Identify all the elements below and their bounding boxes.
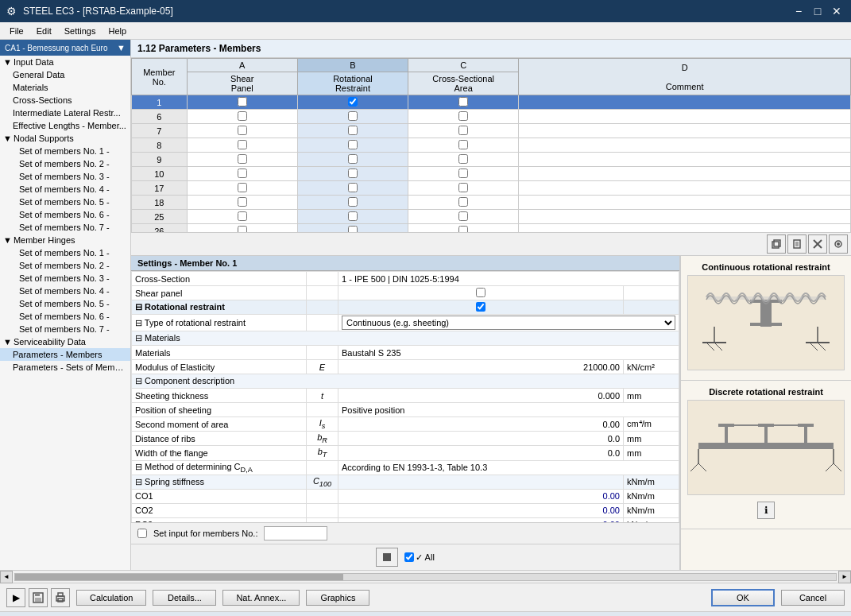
calculation-button[interactable]: Calculation [76,590,146,606]
sidebar-nodal-7[interactable]: Set of members No. 7 - [0,221,130,234]
sidebar-nodal-3[interactable]: Set of members No. 3 - [0,170,130,183]
checkbox-cross-section[interactable] [458,140,468,149]
sidebar-nodal-4[interactable]: Set of members No. 4 - [0,183,130,196]
value-rotational[interactable] [338,300,624,315]
table-row[interactable]: 18 [132,196,851,210]
upper-table-container[interactable]: MemberNo. A B C DComment ShearPanel Rota… [131,58,851,233]
input-member-no[interactable] [264,526,327,540]
sidebar-item-materials[interactable]: Materials [0,81,130,94]
table-row[interactable]: 17 [132,181,851,196]
sidebar-hinges-2[interactable]: Set of members No. 2 - [0,259,130,272]
checkbox-rotational-restraint[interactable] [348,111,358,121]
checkbox-cross-section[interactable] [458,211,468,221]
scroll-right-btn[interactable]: ► [838,571,851,583]
sidebar-nodal-2[interactable]: Set of members No. 2 - [0,157,130,170]
checkbox-shear-panel[interactable] [238,211,247,221]
checkbox-cross-section[interactable] [458,197,468,207]
table-row[interactable]: 7 [132,124,851,138]
table-row[interactable]: 6 [132,110,851,124]
table-row[interactable]: 1 [132,95,851,110]
checkbox-rotational[interactable] [476,302,485,312]
nat-annex-button[interactable]: Nat. Annex... [222,590,300,606]
sidebar-hinges-3[interactable]: Set of members No. 3 - [0,272,130,285]
sidebar-params-members[interactable]: Parameters - Members [0,348,130,361]
sidebar-hinges-1[interactable]: Set of members No. 1 - [0,246,130,259]
minimize-button[interactable]: − [791,3,807,19]
checkbox-rotational-restraint[interactable] [348,97,358,107]
scroll-thumb[interactable] [15,574,343,580]
scroll-track[interactable] [14,573,837,581]
value-shear[interactable] [338,286,624,300]
table-row[interactable]: 26 [132,224,851,234]
checkbox-set-input[interactable] [137,529,147,538]
sidebar-item-intermediate[interactable]: Intermediate Lateral Restr... [0,107,130,119]
h-scroll-bar[interactable]: ◄ ► [0,570,851,583]
sidebar-nodal-1[interactable]: Set of members No. 1 - [0,145,130,157]
cancel-button[interactable]: Cancel [781,590,845,606]
checkbox-shear-panel[interactable] [238,226,247,234]
maximize-button[interactable]: □ [810,3,826,19]
sidebar-nodal-5[interactable]: Set of members No. 5 - [0,196,130,208]
sidebar-hinges-5[interactable]: Set of members No. 5 - [0,297,130,310]
sidebar-group-nodal[interactable]: ▼ Nodal Supports [0,132,130,145]
checkbox-cross-section[interactable] [458,226,468,234]
ok-button[interactable]: OK [711,589,775,606]
table-row[interactable]: 10 [132,167,851,181]
checkbox-cross-section[interactable] [458,97,468,107]
play-button[interactable]: ▶ [6,588,25,607]
menu-settings[interactable]: Settings [58,25,103,37]
menu-edit[interactable]: Edit [30,25,58,37]
menu-help[interactable]: Help [102,25,133,37]
checkbox-rotational-restraint[interactable] [348,126,358,135]
checkbox-rotational-restraint[interactable] [348,183,358,192]
checkbox-rotational-restraint[interactable] [348,226,358,234]
checkbox-shear[interactable] [476,288,485,297]
print-button[interactable] [51,588,70,607]
table-row[interactable]: 25 [132,210,851,224]
checkbox-shear-panel[interactable] [238,126,247,135]
checkbox-rotational-restraint[interactable] [348,169,358,178]
checkbox-rotational-restraint[interactable] [348,211,358,221]
menu-file[interactable]: File [3,25,30,37]
close-button[interactable]: ✕ [829,3,845,19]
toolbar-btn-3[interactable] [808,234,827,254]
sidebar-item-effective[interactable]: Effective Lengths - Member... [0,119,130,132]
table-row[interactable]: 8 [132,138,851,153]
toolbar-btn-2[interactable] [787,234,807,254]
checkbox-rotational-restraint[interactable] [348,140,358,149]
footer-btn-1[interactable] [376,548,398,567]
checkbox-shear-panel[interactable] [238,111,247,121]
toolbar-btn-4[interactable] [829,234,848,254]
checkbox-shear-panel[interactable] [238,169,247,178]
checkbox-shear-panel[interactable] [238,97,247,107]
sidebar-hinges-7[interactable]: Set of members No. 7 - [0,323,130,335]
sidebar-nodal-6[interactable]: Set of members No. 6 - [0,208,130,221]
sidebar-item-cross[interactable]: Cross-Sections [0,94,130,107]
details-button[interactable]: Details... [153,590,216,606]
checkbox-cross-section[interactable] [458,183,468,192]
table-row[interactable]: 9 [132,153,851,167]
checkbox-cross-section[interactable] [458,169,468,178]
info-button[interactable]: ℹ [757,502,775,519]
sidebar-hinges-6[interactable]: Set of members No. 6 - [0,310,130,323]
checkbox-rotational-restraint[interactable] [348,154,358,164]
checkbox-shear-panel[interactable] [238,197,247,207]
toolbar-btn-1[interactable] [767,234,786,254]
save-button[interactable] [29,588,48,607]
sidebar-hinges-4[interactable]: Set of members No. 4 - [0,285,130,297]
checkbox-rotational-restraint[interactable] [348,197,358,207]
value-type[interactable]: Continuous (e.g. sheeting) Discrete [338,315,679,331]
checkbox-shear-panel[interactable] [238,140,247,149]
sidebar-group-serviceability[interactable]: ▼ Serviceability Data [0,335,130,348]
sidebar-params-sets[interactable]: Parameters - Sets of Membe... [0,361,130,374]
dropdown-rotational-type[interactable]: Continuous (e.g. sheeting) Discrete [342,316,675,330]
checkbox-shear-panel[interactable] [238,183,247,192]
sidebar-group-input[interactable]: ▼ Input Data [0,56,130,68]
sidebar-item-general[interactable]: General Data [0,68,130,81]
graphics-button[interactable]: Graphics [306,590,369,606]
sidebar-header[interactable]: CA1 - Bemessung nach Euro ▼ [0,40,130,56]
checkbox-cross-section[interactable] [458,111,468,121]
sidebar-group-hinges[interactable]: ▼ Member Hinges [0,234,130,246]
checkbox-cross-section[interactable] [458,126,468,135]
scroll-left-btn[interactable]: ◄ [0,571,13,583]
